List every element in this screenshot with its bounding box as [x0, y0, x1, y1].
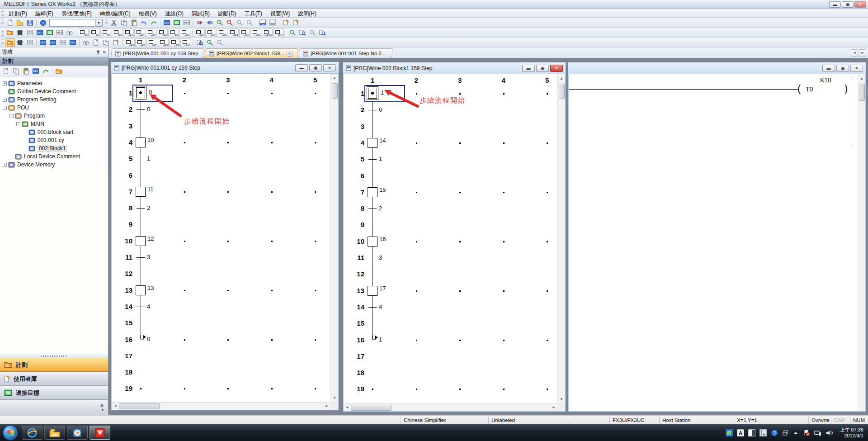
- scroll-left-icon[interactable]: ◄: [344, 404, 351, 411]
- sfc-block-list-button[interactable]: [5, 28, 15, 37]
- tree-item-program-setting[interactable]: +Program Setting: [1, 95, 108, 104]
- nav-property-button[interactable]: DEV: [31, 67, 41, 76]
- nav-view-button-project[interactable]: 計劃: [0, 358, 108, 372]
- nav-view-button-user-library[interactable]: 使用者庫: [0, 372, 108, 386]
- sfc-step-symbol[interactable]: [136, 285, 146, 295]
- program-check-button[interactable]: [288, 28, 297, 37]
- tree-expander[interactable]: +: [3, 98, 7, 102]
- tree-item-000-block-start[interactable]: 000:Block start: [1, 128, 108, 136]
- ladder-cf9-button[interactable]: cF9: [169, 38, 180, 47]
- menu-debug[interactable]: 調試(B): [188, 9, 214, 17]
- sfc-symbol-sim-div-button[interactable]: F9: [168, 28, 179, 37]
- device-display-button[interactable]: Dev: [258, 19, 268, 27]
- sfc-symbol-sel-conv-button[interactable]: sF8: [157, 28, 168, 37]
- scroll-up-icon[interactable]: ▲: [558, 75, 565, 82]
- sfc-parameter-button[interactable]: HEX: [55, 28, 65, 37]
- horizontal-scrollbar[interactable]: ◄►: [344, 403, 557, 411]
- tab-close-icon[interactable]: ✕: [287, 51, 292, 57]
- vertical-scrollbar[interactable]: ▲▼: [330, 74, 338, 402]
- tree-item-global-device-comment[interactable]: Global Device Comment: [1, 87, 108, 95]
- ladder-cf10-button[interactable]: cF10: [180, 38, 191, 47]
- navigation-window-toggle-button[interactable]: [5, 38, 15, 47]
- device-monitor-button[interactable]: [172, 19, 182, 27]
- sfc-symbol-sel-div-button[interactable]: sF7: [146, 28, 156, 37]
- pin-icon[interactable]: [96, 50, 101, 55]
- child-close-button[interactable]: ✕: [550, 65, 563, 72]
- sfc-step-symbol[interactable]: [136, 138, 146, 147]
- sfc-monitor-button[interactable]: [45, 28, 55, 37]
- chevron-icon[interactable]: »: [100, 403, 104, 408]
- sfc-comment-button[interactable]: DEV: [35, 28, 45, 37]
- gx-works2-taskbar[interactable]: [90, 426, 110, 440]
- hscroll-thumb[interactable]: [351, 405, 392, 411]
- tree-item-001-001-cy[interactable]: 001:001 cy: [1, 136, 108, 144]
- lang-cursor-icon[interactable]: [760, 429, 767, 436]
- menu-project[interactable]: 計劃(P): [5, 9, 31, 17]
- scroll-right-icon[interactable]: ►: [550, 404, 557, 411]
- write-to-plc-button[interactable]: [195, 19, 205, 27]
- sfc-step-symbol[interactable]: [368, 187, 377, 197]
- lang-a-icon[interactable]: A: [737, 429, 744, 436]
- help-button[interactable]: ?: [38, 19, 48, 27]
- tree-expander[interactable]: +: [3, 81, 7, 85]
- read-from-plc-button[interactable]: [205, 19, 215, 27]
- tab-scroll-left[interactable]: ◄: [851, 49, 858, 57]
- monitor-stop-button[interactable]: [225, 19, 235, 27]
- windows-media-player[interactable]: [67, 426, 88, 440]
- sfc-rule-conv-button[interactable]: caF10: [262, 28, 273, 37]
- sfc-step-symbol[interactable]: [368, 138, 377, 148]
- nav-refresh-button[interactable]: [41, 67, 51, 76]
- paste-button[interactable]: [129, 19, 139, 27]
- child-maximize-button[interactable]: ▣: [536, 65, 549, 72]
- tree-item-main[interactable]: −MAIN: [1, 120, 108, 128]
- child-close-button[interactable]: ✕: [850, 65, 863, 72]
- sfc-rule-sel-button[interactable]: caF5: [239, 28, 250, 37]
- statement-edit-button[interactable]: [281, 19, 291, 27]
- tree-expander[interactable]: −: [9, 114, 14, 118]
- restore-tray-icon[interactable]: [782, 430, 788, 436]
- sfc-step-symbol[interactable]: [136, 236, 146, 246]
- document-tab-3[interactable]: [PRG]Write 001:001 Step No.0 ...: [298, 48, 393, 58]
- sfc-window-inactive[interactable]: [PRG]Write 001:001 cy 159 Step▬▣✕1234512…: [111, 62, 339, 411]
- intelligent-monitor-button[interactable]: [111, 38, 121, 47]
- nav-chevron-area[interactable]: » ▾: [0, 400, 108, 415]
- tray-up-arrow-icon[interactable]: [793, 430, 799, 436]
- tree-expander[interactable]: −: [3, 106, 7, 110]
- menu-online[interactable]: 連線(O): [161, 9, 188, 17]
- menu-edit[interactable]: 編輯(E): [31, 9, 57, 17]
- jump-find-button[interactable]: [297, 28, 307, 37]
- child-minimize-button[interactable]: ▬: [822, 65, 835, 72]
- menu-diagnostics[interactable]: 診斷(D): [214, 9, 241, 17]
- sfc-symbol-transition-button[interactable]: sF6: [134, 28, 145, 37]
- sfc-symbol-jump-button[interactable]: F7: [100, 28, 111, 37]
- device-reference-button[interactable]: HEX: [58, 38, 68, 47]
- app-maximize-button[interactable]: ▣: [842, 1, 854, 8]
- menu-compile[interactable]: 轉換/編譯(C): [96, 9, 135, 17]
- tree-item-local-device-comment[interactable]: Local Device Comment: [1, 152, 108, 161]
- ladder-f7-button[interactable]: aF7: [146, 38, 157, 47]
- menu-tools[interactable]: 工具(T): [241, 9, 266, 17]
- help-tray-icon[interactable]: ?: [771, 429, 778, 436]
- device-comment-button[interactable]: DEV: [162, 19, 172, 27]
- sfc-rule-hline-button[interactable]: aF7: [205, 28, 216, 37]
- ladder-f5-button[interactable]: aF5: [124, 38, 135, 47]
- sfc-window-active[interactable]: [PRG]Write 002:Block1 159 Step▬▣✕1234512…: [343, 62, 566, 412]
- hscroll-thumb[interactable]: [119, 403, 160, 409]
- nav-paste-button[interactable]: [21, 67, 31, 76]
- nav-new-data-button[interactable]: [1, 67, 11, 76]
- document-tab-1[interactable]: [PRG]Write 001:001 cy 159 Step: [111, 48, 204, 58]
- child-minimize-button[interactable]: ▬: [522, 65, 535, 72]
- ladder-zoom-window[interactable]: ▬▣✕K10(T0)▲: [568, 62, 866, 412]
- device-use-list-button[interactable]: DEV: [68, 38, 78, 47]
- scroll-up-icon[interactable]: ▲: [331, 75, 338, 82]
- child-close-button[interactable]: ✕: [323, 64, 336, 71]
- cut-button[interactable]: [109, 19, 119, 27]
- start-button[interactable]: [3, 425, 18, 441]
- monitor-start-button[interactable]: [215, 19, 225, 27]
- ladder-editor-canvas[interactable]: K10(T0)▲: [569, 75, 865, 411]
- lang-bar-icon[interactable]: [748, 429, 755, 436]
- sfc-symbol-dummy-button[interactable]: sF5: [123, 28, 134, 37]
- new-project-button[interactable]: [5, 19, 15, 27]
- monitor-resume-button[interactable]: [245, 19, 255, 27]
- nav-copy-button[interactable]: [11, 67, 21, 76]
